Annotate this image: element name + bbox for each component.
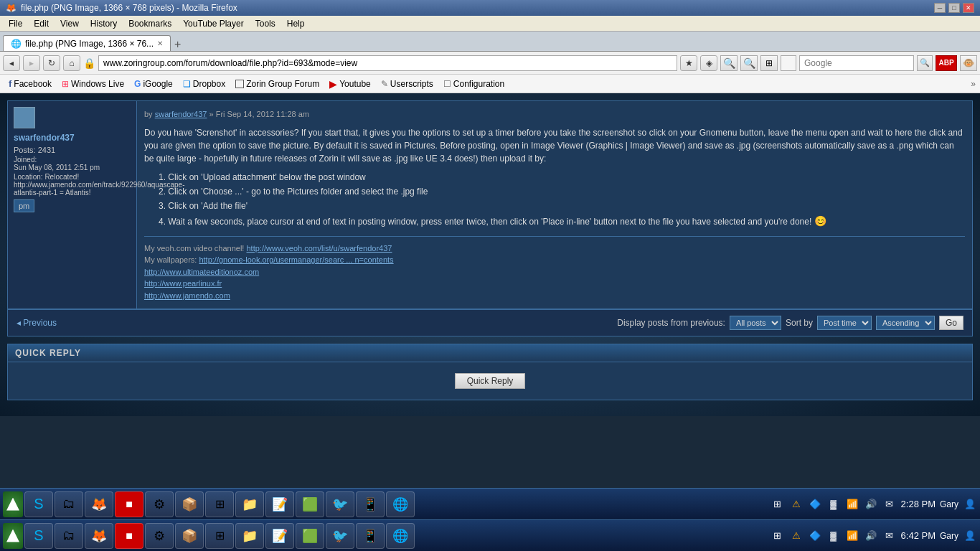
- tb-firefox[interactable]: 🦊: [85, 523, 113, 549]
- systray-battery[interactable]: ▓: [826, 497, 841, 512]
- sig-link4[interactable]: http://www.pearlinux.fr: [144, 279, 222, 288]
- zorin-start-button[interactable]: [3, 523, 23, 549]
- tb-systray-grid[interactable]: ⊞: [771, 529, 785, 543]
- tb2-app3[interactable]: 📦: [175, 491, 204, 517]
- order-select[interactable]: Ascending: [876, 316, 935, 330]
- tb2-app1[interactable]: ■: [115, 491, 143, 517]
- home-button[interactable]: ⌂: [63, 55, 80, 71]
- systray-email[interactable]: ✉: [882, 497, 897, 512]
- tb2-app4[interactable]: ⊞: [205, 491, 234, 517]
- quick-reply-button[interactable]: Quick Reply: [455, 373, 526, 389]
- tb2-firefox[interactable]: 🦊: [85, 491, 113, 517]
- tb2-app9[interactable]: 📱: [356, 491, 385, 517]
- tb-app6[interactable]: 📝: [265, 523, 294, 549]
- menu-help[interactable]: Help: [281, 17, 311, 30]
- bookmark-star[interactable]: ★: [680, 55, 697, 71]
- chevron-right-icon: »: [971, 79, 976, 89]
- bookmark-igoogle[interactable]: G iGoogle: [130, 77, 177, 90]
- tb-systray-battery[interactable]: ▓: [826, 529, 841, 543]
- systray-grid[interactable]: ⊞: [771, 497, 785, 512]
- sig-link5[interactable]: http://www.jamendo.com: [144, 291, 230, 300]
- new-tab-button[interactable]: +: [171, 38, 184, 51]
- tb-files[interactable]: 🗂: [55, 523, 83, 549]
- tab-close-button[interactable]: ✕: [157, 39, 163, 47]
- bookmark-userscripts[interactable]: ✎ Userscripts: [377, 77, 438, 90]
- bookmarks-arrow[interactable]: »: [971, 78, 976, 89]
- tb2-app6[interactable]: 📝: [265, 491, 294, 517]
- post-author-link[interactable]: swarfendor437: [155, 110, 207, 118]
- close-button[interactable]: ✕: [963, 3, 974, 13]
- tb-app1[interactable]: ■: [115, 523, 143, 549]
- sort-select[interactable]: Post time: [817, 316, 872, 330]
- tb-systray-volume[interactable]: 🔊: [864, 529, 878, 543]
- address-input[interactable]: [98, 55, 677, 71]
- screen-btn[interactable]: ⊞: [760, 55, 778, 71]
- reload-button[interactable]: ↻: [43, 55, 60, 71]
- tb-app8[interactable]: 🐦: [326, 523, 354, 549]
- menu-youtube-player[interactable]: YouTube Player: [177, 17, 250, 30]
- back-button[interactable]: ◂: [3, 55, 20, 71]
- menu-tools[interactable]: Tools: [250, 17, 281, 30]
- tb-systray-bluetooth[interactable]: 🔷: [808, 529, 822, 543]
- pm-button[interactable]: pm: [14, 199, 34, 212]
- tb-app9[interactable]: 📱: [356, 523, 385, 549]
- bookmark-dropbox[interactable]: ❑ Dropbox: [179, 77, 230, 90]
- youtube-icon: ▶: [329, 78, 337, 90]
- sig-link2[interactable]: http://gnome-look.org/usermanager/searc …: [199, 255, 393, 264]
- adblock-button[interactable]: ABP: [936, 55, 957, 71]
- systray-user2[interactable]: 👤: [963, 497, 977, 512]
- tb2-app7[interactable]: 🟩: [296, 491, 324, 517]
- tab-active[interactable]: 🌐 file.php (PNG Image, 1366 × 76... ✕: [3, 35, 171, 51]
- post-content: by swarfendor437 » Fri Sep 14, 2012 11:2…: [137, 101, 972, 309]
- go-button[interactable]: Go: [939, 316, 963, 330]
- tb2-app8[interactable]: 🐦: [326, 491, 354, 517]
- maximize-button[interactable]: □: [948, 3, 960, 13]
- search-button[interactable]: 🔍: [917, 55, 933, 71]
- tb-skype[interactable]: S: [24, 523, 53, 549]
- tb-systray-email[interactable]: ✉: [882, 529, 897, 543]
- tb2-app5[interactable]: 📁: [235, 491, 264, 517]
- zoom-in-button[interactable]: 🔍: [740, 55, 758, 71]
- systray-bluetooth[interactable]: 🔷: [808, 497, 822, 512]
- tb-app7[interactable]: 🟩: [296, 523, 324, 549]
- search-input[interactable]: [799, 55, 914, 71]
- tb-systray-warn[interactable]: ⚠: [789, 529, 804, 543]
- bookmark-zorin-forum[interactable]: Zorin Group Forum: [231, 77, 324, 90]
- bookmark-windows-live[interactable]: ⊞ Windows Live: [57, 77, 128, 90]
- prev-link[interactable]: ◂ Previous: [17, 318, 57, 328]
- tb2-app2[interactable]: ⚙: [145, 491, 174, 517]
- menu-bookmarks[interactable]: Bookmarks: [123, 17, 177, 30]
- bookmark-facebook[interactable]: f Facebook: [4, 77, 56, 90]
- monkey-icon[interactable]: 🐵: [960, 55, 977, 71]
- bookmark-configuration[interactable]: ☐ Configuration: [439, 77, 509, 90]
- minimize-button[interactable]: ─: [934, 3, 946, 13]
- menu-history[interactable]: History: [85, 17, 123, 30]
- menu-file[interactable]: File: [3, 17, 28, 30]
- tb-app5[interactable]: 📁: [235, 523, 264, 549]
- tb-app3[interactable]: 📦: [175, 523, 204, 549]
- systray-wifi[interactable]: 📶: [845, 497, 859, 512]
- zorin-start-button-2[interactable]: [3, 491, 23, 517]
- tb-browser[interactable]: 🌐: [386, 523, 415, 549]
- systray-warn[interactable]: ⚠: [789, 497, 804, 512]
- tb-app2[interactable]: ⚙: [145, 523, 174, 549]
- sig-link3[interactable]: http://www.ultimateeditionoz.com: [144, 268, 259, 276]
- systray-volume[interactable]: 🔊: [864, 497, 878, 512]
- tb-app4[interactable]: ⊞: [205, 523, 234, 549]
- zoom-out-button[interactable]: 🔍: [720, 55, 738, 71]
- bookmark-igoogle-label: iGoogle: [143, 79, 172, 89]
- tb-systray-wifi[interactable]: 📶: [845, 529, 859, 543]
- tb2-browser[interactable]: 🌐: [386, 491, 415, 517]
- bookmark-youtube[interactable]: ▶ Youtube: [325, 77, 375, 91]
- addon-icon[interactable]: [781, 55, 796, 71]
- tab-favicon: 🌐: [11, 39, 22, 49]
- menu-edit[interactable]: Edit: [28, 17, 55, 30]
- posts-filter-select[interactable]: All posts: [730, 316, 781, 330]
- tb2-skype[interactable]: S: [24, 491, 53, 517]
- menu-view[interactable]: View: [55, 17, 85, 30]
- dropbox-icon: ❑: [183, 79, 191, 89]
- tb-systray-user[interactable]: 👤: [963, 529, 977, 543]
- tb2-files[interactable]: 🗂: [55, 491, 83, 517]
- sig-link1[interactable]: http://www.veoh.com/list/u/swarfendor437: [246, 244, 392, 253]
- forward-button[interactable]: ▸: [23, 55, 40, 71]
